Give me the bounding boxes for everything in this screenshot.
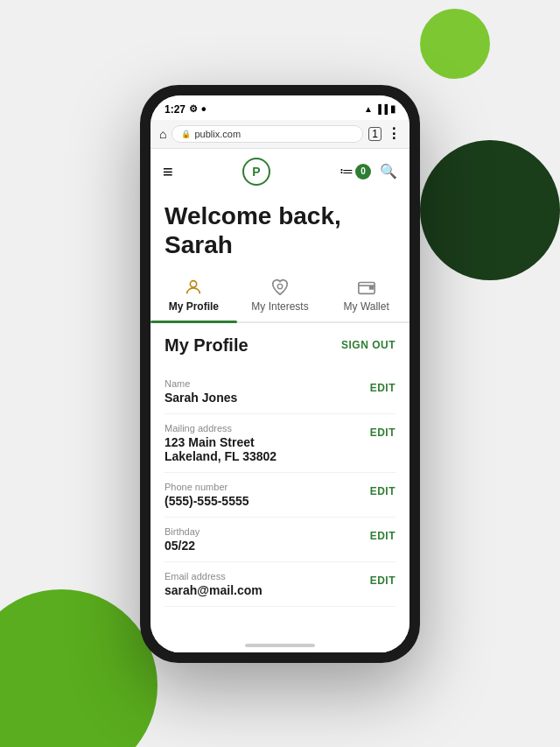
cart-icon-wrap[interactable]: ≔ 0 — [340, 163, 371, 180]
field-info-email: Email address sarah@mail.com — [164, 571, 262, 597]
status-bar: 1:27 ⚙ • ▲ ▐▐ ▮ — [150, 95, 410, 120]
field-value-email: sarah@mail.com — [164, 583, 262, 597]
edit-email-button[interactable]: EDIT — [370, 574, 396, 587]
home-indicator — [150, 638, 410, 652]
field-row-address: Mailing address 123 Main StreetLakeland,… — [164, 414, 396, 473]
profile-section: My Profile SIGN OUT Name Sarah Jones EDI… — [150, 323, 410, 638]
field-row-birthday: Birthday 05/22 EDIT — [164, 518, 396, 562]
field-value-phone: (555)-555-5555 — [164, 494, 249, 508]
field-info-address: Mailing address 123 Main StreetLakeland,… — [164, 423, 276, 463]
field-info-name: Name Sarah Jones — [164, 378, 237, 405]
field-info-birthday: Birthday 05/22 — [164, 526, 200, 553]
tab-my-wallet[interactable]: My Wallet — [323, 274, 410, 321]
url-bar[interactable]: 🔒 publix.com — [172, 125, 363, 143]
browser-action-icons: 1 ⋮ — [368, 125, 401, 142]
status-bar-left: 1:27 ⚙ • — [164, 102, 206, 116]
tab-my-profile[interactable]: My Profile — [150, 274, 237, 321]
field-row-email: Email address sarah@mail.com EDIT — [164, 562, 396, 607]
hamburger-icon[interactable]: ≡ — [163, 163, 173, 180]
heart-icon — [270, 278, 290, 297]
lock-icon: 🔒 — [181, 130, 191, 138]
field-row-name: Name Sarah Jones EDIT — [164, 370, 396, 414]
wifi-icon: ▲ — [364, 104, 373, 114]
welcome-line1: Welcome back, — [164, 202, 341, 229]
tab-my-interests-label: My Interests — [251, 300, 308, 313]
field-value-name: Sarah Jones — [164, 391, 237, 405]
sign-out-button[interactable]: SIGN OUT — [341, 339, 396, 351]
tab-active-indicator — [150, 321, 237, 323]
wallet-icon — [357, 278, 376, 297]
field-label-address: Mailing address — [164, 423, 276, 433]
field-label-name: Name — [164, 378, 237, 389]
browser-nav-icons: ⌂ — [159, 127, 166, 141]
profile-header: My Profile SIGN OUT — [164, 335, 396, 356]
welcome-line2: Sarah — [164, 231, 233, 258]
url-text: publix.com — [194, 129, 241, 139]
app-header: ≡ P ≔ 0 🔍 — [150, 149, 410, 191]
dot-icon: • — [201, 102, 206, 116]
gear-icon: ⚙ — [189, 103, 198, 115]
cart-badge: 0 — [355, 164, 371, 180]
battery-icon: ▮ — [390, 103, 396, 115]
browser-bar: ⌂ 🔒 publix.com 1 ⋮ — [150, 120, 410, 149]
profile-tabs: My Profile My Interests — [150, 264, 410, 323]
tabs-icon[interactable]: 1 — [368, 127, 382, 141]
edit-name-button[interactable]: EDIT — [370, 382, 396, 394]
cart-count: 0 — [360, 166, 366, 176]
search-icon[interactable]: 🔍 — [380, 163, 397, 180]
publix-logo[interactable]: P — [242, 158, 270, 186]
home-icon[interactable]: ⌂ — [159, 127, 166, 141]
welcome-text: Welcome back, Sarah — [164, 201, 396, 260]
signal-icon: ▐▐ — [375, 104, 388, 114]
edit-phone-button[interactable]: EDIT — [370, 485, 396, 497]
bg-decoration-circle-large — [0, 589, 158, 747]
header-right: ≔ 0 🔍 — [340, 163, 397, 180]
field-label-phone: Phone number — [164, 482, 249, 492]
tab-my-interests[interactable]: My Interests — [237, 274, 324, 321]
app-content: ≡ P ≔ 0 🔍 Welcome back, — [150, 149, 410, 652]
phone-shell: 1:27 ⚙ • ▲ ▐▐ ▮ ⌂ 🔒 publix.com 1 ⋮ — [140, 85, 420, 663]
edit-birthday-button[interactable]: EDIT — [370, 530, 396, 542]
phone-screen: 1:27 ⚙ • ▲ ▐▐ ▮ ⌂ 🔒 publix.com 1 ⋮ — [150, 95, 410, 652]
status-bar-right: ▲ ▐▐ ▮ — [364, 103, 396, 115]
menu-icon[interactable]: ⋮ — [387, 125, 401, 142]
publix-logo-letter: P — [252, 165, 260, 179]
field-value-address: 123 Main StreetLakeland, FL 33802 — [164, 435, 276, 463]
profile-section-title: My Profile — [164, 335, 248, 356]
bg-decoration-circle-light — [420, 9, 490, 79]
field-row-phone: Phone number (555)-555-5555 EDIT — [164, 473, 396, 518]
field-label-email: Email address — [164, 571, 262, 581]
svg-point-3 — [370, 286, 372, 288]
tab-my-profile-label: My Profile — [169, 300, 219, 313]
home-bar — [245, 644, 315, 647]
welcome-section: Welcome back, Sarah — [150, 191, 410, 264]
person-icon — [184, 278, 203, 297]
svg-point-0 — [191, 280, 197, 286]
svg-point-1 — [277, 284, 283, 289]
status-time: 1:27 — [164, 103, 186, 116]
field-label-birthday: Birthday — [164, 526, 200, 537]
field-info-phone: Phone number (555)-555-5555 — [164, 482, 249, 508]
field-value-birthday: 05/22 — [164, 539, 200, 553]
bg-decoration-circle-dark — [420, 140, 560, 280]
tab-my-wallet-label: My Wallet — [344, 300, 389, 313]
cart-lines-icon: ≔ — [340, 163, 354, 180]
edit-address-button[interactable]: EDIT — [370, 426, 396, 439]
